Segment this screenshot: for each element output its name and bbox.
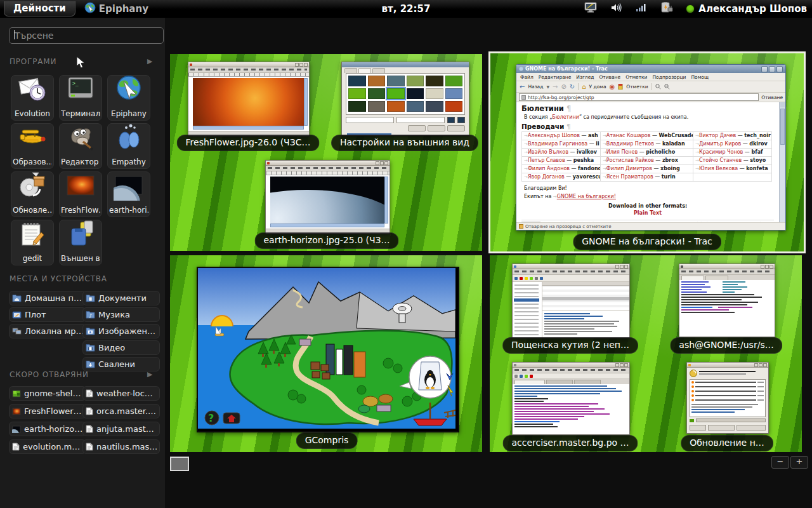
url-bar[interactable]: http://fsa-bg.org/project/gtp [519, 93, 759, 101]
place-music[interactable]: ♪ Музика [82, 307, 160, 322]
go-button[interactable]: Отиване [761, 95, 783, 100]
programs-expander-icon[interactable]: ▶ [147, 57, 152, 65]
stop-icon[interactable]: ⊘ [561, 84, 566, 90]
browser-toolbar[interactable]: ← Назад ▼ → ⊘ ↻ ⌂ У дома ◉ Отметки [516, 81, 785, 93]
window-label-gedit: accerciser.master.bg.po … [502, 435, 638, 451]
display-settings-icon[interactable] [584, 2, 598, 16]
plain-text-link[interactable]: Plain Text [521, 210, 774, 216]
add-workspace-button[interactable]: + [790, 456, 808, 469]
translators-table: →Александър Шопов — ash→Атанас Кошаров —… [521, 131, 772, 182]
place-local-network[interactable]: Локална мр… [9, 324, 86, 338]
window-label-updates: Обновление н… [681, 435, 773, 451]
place-desktop[interactable]: Плот [9, 307, 86, 322]
app-tile-epiphany[interactable]: Epiphany [107, 75, 150, 121]
recent-item-freshflower[interactable]: FreshFlower… [9, 404, 86, 418]
gcompris-scene: ? [198, 268, 455, 429]
focused-app-menu[interactable]: Epiphany [84, 2, 148, 16]
window-appearance-settings[interactable] [341, 62, 469, 136]
app-tile-earth-image[interactable]: earth-hori… [107, 171, 150, 217]
home-button [223, 413, 240, 424]
po-file-text-mock [514, 385, 627, 433]
window-update-manager[interactable] [686, 362, 769, 434]
appearance-theme-icon [65, 218, 96, 249]
help-button: ? [205, 411, 219, 425]
user-status-icon [686, 5, 694, 13]
workspace-2-active[interactable]: GNOME на български! - Trac ФайлРедактира… [488, 51, 806, 253]
app-tile-software-update[interactable]: Обновле… [11, 171, 54, 217]
app-grid: Evolution >_ Терминал Epiphany Образов… [11, 75, 150, 265]
workspace-1[interactable]: FreshFlower.jpg-26.0 (ЧЗС… Настройки на … [170, 54, 482, 251]
recent-item-evolution-doc[interactable]: evolution.m… [9, 439, 86, 454]
place-pictures[interactable]: Изображен… [82, 324, 160, 338]
recent-header: СКОРО ОТВАРЯНИ [10, 370, 89, 379]
recent-column-right: weather-loc… orca.master.… anjuta.mast… … [82, 386, 160, 454]
window-epiphany-trac[interactable]: GNOME на български! - Trac ФайлРедактира… [516, 64, 786, 231]
battery-icon[interactable] [660, 2, 674, 16]
recent-expander-icon[interactable]: ▶ [147, 370, 152, 378]
recent-column-left: gnome-shel… FreshFlower… earth-horizo… e… [9, 386, 86, 454]
window-label-terminal: ash@GNOME:/usr/s… [670, 337, 782, 354]
app-tile-empathy[interactable]: Empathy [107, 123, 150, 169]
wallpaper-grid [348, 76, 462, 112]
window-label-freshflower: FreshFlower.jpg-26.0 (ЧЗС… [177, 135, 320, 151]
app-tile-appearance[interactable]: Външен в… [59, 220, 102, 265]
reload-icon[interactable]: ↻ [570, 84, 575, 90]
app-tile-evolution[interactable]: Evolution [11, 75, 54, 121]
svg-text:?: ? [208, 412, 214, 424]
user-menu[interactable]: Александър Шопов [686, 3, 807, 15]
software-update-icon [17, 170, 48, 201]
place-home[interactable]: Домашна п… [9, 291, 86, 305]
app-tile-freshflower-image[interactable]: FreshFlow… [59, 171, 102, 217]
volume-icon[interactable] [610, 3, 623, 15]
top-bar: Дейности Epiphany вт, 22:57 Александ [0, 0, 812, 18]
zoom-in-icon[interactable] [664, 84, 670, 90]
gnome-bg-link[interactable]: GNOME на български! [557, 194, 616, 199]
workspace-switcher-thumb[interactable] [170, 457, 189, 471]
zoom-out-icon[interactable] [655, 84, 661, 90]
workspace-3[interactable]: ? GCompris [170, 255, 482, 452]
app-tile-gcompris[interactable]: Образов… [11, 123, 54, 169]
window-label-mail: Пощенска кутия (2 неп… [502, 337, 638, 354]
programs-header: ПРОГРАМИ [10, 57, 56, 66]
text-caret [14, 30, 15, 39]
app-tile-terminal[interactable]: >_ Терминал [59, 75, 102, 121]
app-tile-gimp[interactable]: Редактор … [59, 123, 102, 169]
place-documents[interactable]: Документи [82, 291, 160, 305]
window-terminal[interactable] [679, 264, 775, 337]
window-evolution-mail[interactable] [512, 264, 630, 338]
window-gimp-freshflower[interactable] [188, 62, 310, 137]
recent-item-weather-doc[interactable]: weather-loc… [82, 386, 160, 401]
window-label-appearance: Настройки на външния вид [331, 135, 478, 151]
flower-image-thumbnail [65, 170, 96, 201]
updates-list-mock [690, 379, 766, 417]
epiphany-globe-icon [114, 74, 144, 104]
window-gedit-po-file[interactable] [512, 362, 630, 435]
place-videos[interactable]: Видео [82, 340, 160, 355]
browser-menubar[interactable]: ФайлРедактиранеИзгледОтиванеОтметкиПодпр… [516, 73, 785, 81]
recent-item-gnome-shell[interactable]: gnome-shel… [9, 386, 86, 401]
remove-workspace-button[interactable]: − [771, 456, 789, 469]
scrollbar[interactable] [779, 102, 785, 222]
window-gimp-earth-horizon[interactable] [265, 160, 390, 234]
activities-button[interactable]: Дейности [4, 1, 75, 17]
forward-icon[interactable]: → [553, 84, 558, 90]
window-buttons[interactable] [761, 66, 783, 72]
clock[interactable]: вт, 22:57 [382, 3, 431, 15]
window-gcompris[interactable]: ? [197, 267, 459, 432]
back-icon[interactable]: ← [520, 84, 525, 90]
place-downloads[interactable]: Свалени [82, 357, 160, 371]
empathy-icon [114, 122, 144, 152]
workspace-4[interactable]: Пощенска кутия (2 неп… ash@GNOME:/usr/s…… [490, 255, 802, 452]
search-input[interactable] [9, 27, 164, 44]
recent-item-nautilus-doc[interactable]: nautilus.mas… [82, 439, 160, 454]
home-icon[interactable]: ⌂ [582, 84, 586, 90]
recent-item-earth-horizon[interactable]: earth-horizo… [9, 422, 86, 436]
recent-item-anjuta-doc[interactable]: anjuta.mast… [82, 422, 160, 436]
recent-item-orca-doc[interactable]: orca.master.… [82, 404, 160, 418]
gimp-icon [65, 122, 96, 152]
network-signal-icon[interactable] [636, 3, 647, 15]
bulletins-link[interactable]: Бюлетини [552, 114, 579, 120]
app-tile-gedit[interactable]: gedit [11, 220, 54, 265]
history-icon[interactable]: ◉ [610, 84, 615, 90]
browser-statusbar: Отваряне на прозореца с отметките [516, 222, 785, 230]
